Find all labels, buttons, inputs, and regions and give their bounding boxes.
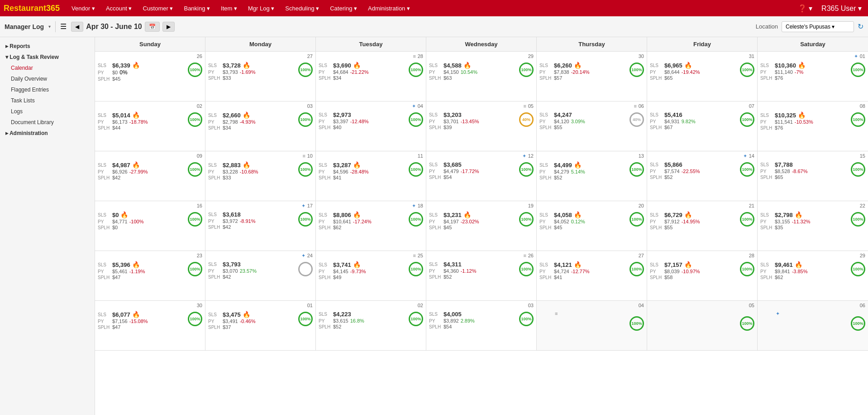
- calendar-cell[interactable]: 22SLS$2,798🔥PY$3,155-11.32%SPLH$35100%: [758, 201, 868, 251]
- splh-label: SPLH: [319, 175, 331, 180]
- calendar-cell[interactable]: 23SLS$5,396🔥PY$5,461-1.19%SPLH$47100%: [95, 251, 205, 301]
- nav-scheduling[interactable]: Scheduling ▾: [281, 0, 324, 16]
- calendar-cell[interactable]: 21SLS$6,729🔥PY$7,912-14.95%SPLH$55100%: [647, 201, 758, 251]
- py-line: PY$4,2795.14%: [539, 169, 630, 174]
- calendar-cell[interactable]: 06100%✦: [758, 301, 868, 351]
- calendar-cell[interactable]: 29SLS$4,588🔥PY$4,15010.54%SPLH$63100%: [426, 52, 537, 101]
- next-date-button[interactable]: ▶: [162, 22, 175, 32]
- star-icon: ✦: [412, 203, 416, 209]
- prev-date-button[interactable]: ◀: [71, 22, 83, 32]
- py-line: PY$8,644-19.42%: [650, 69, 740, 75]
- calendar-cell[interactable]: 06≡SLS$4,247PY$4,1203.09%SPLH$5540%: [537, 101, 647, 151]
- title-dropdown[interactable]: ▾: [48, 24, 51, 29]
- calendar-cell[interactable]: 26SLS$6,339🔥PY$00%SPLH$45100%: [95, 52, 205, 101]
- hamburger-icon[interactable]: ☰: [60, 22, 67, 31]
- completion-circle: 100%: [188, 212, 202, 227]
- sidebar-item-task-lists[interactable]: Task Lists: [0, 95, 95, 106]
- calendar-cell[interactable]: 14✦SLS$5,866PY$7,574-22.55%SPLH$52100%: [647, 151, 758, 201]
- calendar-cell[interactable]: 13SLS$4,499🔥PY$4,2795.14%SPLH$52100%: [537, 151, 647, 201]
- calendar-cell[interactable]: 01SLS$3,475🔥PY$3,491-0.46%SPLH$37100%: [205, 301, 316, 351]
- splh-label: SPLH: [539, 175, 552, 180]
- nav-account[interactable]: Account ▾: [101, 0, 137, 16]
- py-value: $8,644: [664, 69, 680, 75]
- calendar-cell[interactable]: 01✦SLS$10,360🔥PY$11,140-7%SPLH$76100%: [758, 52, 868, 101]
- calendar-cell[interactable]: 16SLS$0🔥PY$4,771-100%SPLH$0100%: [95, 201, 205, 251]
- calendar-cell[interactable]: 10≡SLS$2,883🔥PY$3,228-10.68%SPLH$33100%: [205, 151, 316, 201]
- cell-data: SLS$2,973PY$3,397-12.48%SPLH$40: [319, 111, 409, 130]
- calendar-cell[interactable]: 17✦SLS$3,618PY$3,972-8.91%SPLH$42100%: [205, 201, 316, 251]
- splh-value: $76: [775, 125, 783, 130]
- completion-circle: 100%: [630, 162, 644, 177]
- day-number: 15: [860, 153, 865, 159]
- refresh-button[interactable]: ↻: [858, 22, 863, 31]
- calendar-cell[interactable]: 05100%: [647, 301, 758, 351]
- nav-mgr-log[interactable]: Mgr Log ▾: [243, 0, 279, 16]
- calendar-cell[interactable]: 08SLS$10,325🔥PY$11,541-10.53%SPLH$76100%: [758, 101, 868, 151]
- calendar-cell[interactable]: 03SLS$4,005PY$3,8922.89%SPLH$54100%: [426, 301, 537, 351]
- calendar-cell[interactable]: 29SLS$9,461🔥PY$9,841-3.85%SPLH$62100%: [758, 251, 868, 301]
- calendar-cell[interactable]: 09SLS$4,987🔥PY$6,926-27.99%SPLH$42100%: [95, 151, 205, 201]
- calendar-cell[interactable]: 18✦SLS$8,806🔥PY$10,641-17.24%SPLH$62100%: [316, 201, 426, 251]
- splh-value: $35: [775, 225, 783, 230]
- calendar-cell[interactable]: 27SLS$3,728🔥PY$3,793-1.69%SPLH$33100%: [205, 52, 316, 101]
- sidebar-item-document-library[interactable]: Document Library: [0, 117, 95, 128]
- calendar-cell[interactable]: 04100%≡: [537, 301, 647, 351]
- user-menu[interactable]: R365 User ▾: [819, 4, 864, 13]
- py-value: $7,574: [664, 169, 680, 174]
- calendar-cell[interactable]: 03SLS$2,660🔥PY$2,798-4.93%SPLH$34100%: [205, 101, 316, 151]
- splh-value: $42: [112, 175, 120, 180]
- calendar-cell[interactable]: 28SLS$7,157🔥PY$8,039-10.97%SPLH$58100%: [647, 251, 758, 301]
- calendar-cell[interactable]: 12✦SLS$3,685PY$4,479-17.72%SPLH$54100%: [426, 151, 537, 201]
- calendar-cell[interactable]: 05≡SLS$3,203PY$3,701-13.45%SPLH$3940%: [426, 101, 537, 151]
- py-percent: -0.46%: [240, 318, 256, 324]
- splh-value: $62: [333, 225, 341, 230]
- calendar-cell[interactable]: 19SLS$3,231🔥PY$4,197-23.02%SPLH$45100%: [426, 201, 537, 251]
- nav-administration[interactable]: Administration ▾: [363, 0, 415, 16]
- calendar-cell[interactable]: 31SLS$6,965🔥PY$8,644-19.42%SPLH$65100%: [647, 52, 758, 101]
- sidebar-log-task-group[interactable]: ▾ Log & Task Review: [0, 52, 95, 63]
- day-number: 22: [860, 203, 865, 208]
- calendar-cell[interactable]: 11SLS$3,287🔥PY$4,596-28.48%SPLH$41100%: [316, 151, 426, 201]
- cell-data: SLS$4,121🔥PY$4,724-12.77%SPLH$41: [539, 261, 630, 280]
- calendar-cell[interactable]: 02SLS$5,014🔥PY$6,173-18.78%SPLH$44100%: [95, 101, 205, 151]
- cell-content: SLS$5,396🔥PY$5,461-1.19%SPLH$47100%: [98, 261, 202, 280]
- sls-line: SLS$10,325🔥: [760, 111, 851, 119]
- calendar-cell[interactable]: 28≡SLS$3,690🔥PY$4,684-21.22%SPLH$34100%: [316, 52, 426, 101]
- sls-label: SLS: [98, 212, 110, 217]
- sls-value: $6,260: [554, 62, 572, 69]
- calendar-cell[interactable]: 02SLS$4,223PY$3,61516.8%SPLH$52100%: [316, 301, 426, 351]
- splh-line: SPLH$42: [98, 175, 188, 180]
- calendar-cell[interactable]: 15SLS$7,788PY$8,528-8.67%SPLH$65100%: [758, 151, 868, 201]
- calendar-cell[interactable]: 26≡SLS$4,311PY$4,360-1.12%SPLH$52100%: [426, 251, 537, 301]
- location-dropdown[interactable]: Celeste's Pupusas ▾: [782, 21, 854, 32]
- nav-customer[interactable]: Customer ▾: [138, 0, 178, 16]
- py-label: PY: [539, 169, 552, 174]
- calendar-cell[interactable]: 30SLS$6,077🔥PY$7,156-15.08%SPLH$47100%: [95, 301, 205, 351]
- calendar-cell[interactable]: 24✦SLS$3,793PY$3,07023.57%SPLH$42: [205, 251, 316, 301]
- calendar-cell[interactable]: 25≡SLS$3,741🔥PY$4,145-9.73%SPLH$49100%: [316, 251, 426, 301]
- completion-circle: 100%: [519, 212, 534, 227]
- nav-vendor[interactable]: Vendor ▾: [67, 0, 100, 16]
- sls-value: $6,729: [664, 212, 682, 218]
- sls-value: $6,339: [112, 62, 130, 69]
- help-button[interactable]: ❓ ▾: [795, 4, 815, 13]
- sls-line: SLS$6,965🔥: [650, 62, 740, 69]
- calendar-cell[interactable]: 30SLS$6,260🔥PY$7,838-20.14%SPLH$57100%: [537, 52, 647, 101]
- calendar-cell[interactable]: 07SLS$5,416PY$4,9319.82%SPLH$67100%: [647, 101, 758, 151]
- calendar-button[interactable]: 📅: [145, 22, 160, 32]
- nav-item[interactable]: Item ▾: [216, 0, 242, 16]
- nav-catering[interactable]: Catering ▾: [325, 0, 362, 16]
- splh-line: SPLH$52: [539, 175, 630, 180]
- sidebar-item-flagged-entries[interactable]: Flagged Entries: [0, 84, 95, 95]
- py-label: PY: [319, 70, 331, 75]
- sidebar-administration-group[interactable]: ▸ Administration: [0, 128, 95, 139]
- sidebar-item-daily-overview[interactable]: Daily Overview: [0, 73, 95, 84]
- calendar-cell[interactable]: 20SLS$4,058🔥PY$4,0520.12%SPLH$45100%: [537, 201, 647, 251]
- nav-banking[interactable]: Banking ▾: [179, 0, 215, 16]
- sidebar-item-calendar[interactable]: Calendar: [0, 63, 95, 73]
- py-percent: 16.8%: [350, 318, 364, 323]
- calendar-cell[interactable]: 27SLS$4,121🔥PY$4,724-12.77%SPLH$41100%: [537, 251, 647, 301]
- calendar-cell[interactable]: 04✦SLS$2,973PY$3,397-12.48%SPLH$40100%: [316, 101, 426, 151]
- py-percent: 23.57%: [240, 268, 257, 274]
- sidebar-item-logs[interactable]: Logs: [0, 106, 95, 117]
